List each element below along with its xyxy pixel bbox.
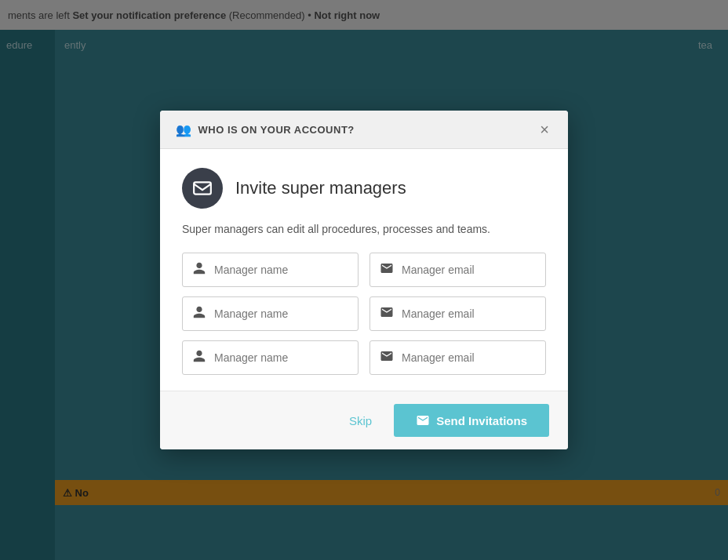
form-row-2 xyxy=(182,296,546,331)
modal-header: 👥 WHO IS ON YOUR ACCOUNT? × xyxy=(160,111,568,149)
invite-description: Super managers can edit all procedures, … xyxy=(182,223,546,235)
person-icon-3 xyxy=(192,349,206,366)
email-input-3[interactable] xyxy=(402,351,536,364)
send-button-label: Send Invitations xyxy=(436,414,527,427)
send-invitations-button[interactable]: Send Invitations xyxy=(394,404,549,437)
group-icon: 👥 xyxy=(176,122,192,137)
name-input-3[interactable] xyxy=(214,351,348,364)
name-input-wrapper-3 xyxy=(182,340,359,375)
email-icon-3 xyxy=(380,349,394,366)
svg-rect-0 xyxy=(194,182,211,194)
name-input-2[interactable] xyxy=(214,307,348,320)
close-button[interactable]: × xyxy=(537,122,552,137)
modal-body: Invite super managers Super managers can… xyxy=(160,149,568,391)
name-input-1[interactable] xyxy=(214,264,348,276)
envelope-icon xyxy=(192,178,213,198)
email-icon-1 xyxy=(380,261,394,278)
envelope-icon-circle xyxy=(182,168,223,209)
form-row-1 xyxy=(182,253,546,287)
modal-header-title: 👥 WHO IS ON YOUR ACCOUNT? xyxy=(176,122,355,137)
modal-footer: Skip Send Invitations xyxy=(160,391,568,449)
email-icon-2 xyxy=(380,305,394,322)
email-input-1[interactable] xyxy=(402,264,536,276)
person-icon-2 xyxy=(192,305,206,322)
modal-dialog: 👥 WHO IS ON YOUR ACCOUNT? × Invite super… xyxy=(160,111,568,449)
name-input-wrapper-2 xyxy=(182,296,359,331)
person-icon-1 xyxy=(192,261,206,278)
skip-button[interactable]: Skip xyxy=(343,409,378,432)
form-row-3 xyxy=(182,340,546,375)
invite-title: Invite super managers xyxy=(235,178,406,198)
invite-heading: Invite super managers xyxy=(182,168,546,209)
modal-title-text: WHO IS ON YOUR ACCOUNT? xyxy=(198,124,355,136)
modal-overlay: 👥 WHO IS ON YOUR ACCOUNT? × Invite super… xyxy=(0,0,728,560)
email-input-wrapper-3 xyxy=(369,340,546,375)
email-input-wrapper-1 xyxy=(369,253,546,287)
send-envelope-icon xyxy=(416,413,430,427)
name-input-wrapper-1 xyxy=(182,253,359,287)
email-input-wrapper-2 xyxy=(369,296,546,331)
email-input-2[interactable] xyxy=(402,307,536,320)
form-rows xyxy=(182,253,546,375)
